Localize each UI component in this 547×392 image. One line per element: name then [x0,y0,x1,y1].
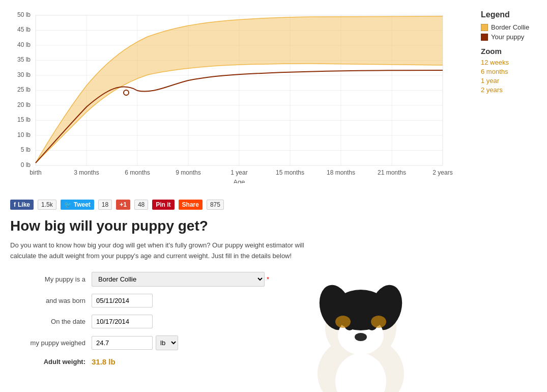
puppy-label: Your puppy [491,33,524,41]
weigh-date-input[interactable] [92,315,153,328]
y-label-20: 20 lb [17,101,31,108]
x-label-3mo: 3 months [74,169,99,176]
puppy-swatch [481,34,488,41]
fb-icon: f [14,201,16,208]
required-indicator: * [267,275,269,283]
weight-field-label: my puppy weighed [10,339,92,347]
zoom-2years[interactable]: 2 years [481,86,542,94]
y-label-0: 0 lb [21,161,31,169]
y-label-10: 10 lb [17,131,31,138]
x-label-18mo: 18 months [327,169,355,176]
x-label-2yr: 2 years [433,169,452,176]
weight-input[interactable] [92,336,153,350]
y-label-45: 45 lb [17,26,31,33]
weight-unit-select[interactable]: lb kg [156,335,178,350]
breed-field-label: My puppy is a [10,275,92,283]
y-label-30: 30 lb [17,71,31,78]
zoom-title: Zoom [481,47,542,55]
svg-point-33 [371,316,386,328]
zoom-12weeks[interactable]: 12 weeks [481,59,542,66]
y-label-15: 15 lb [17,116,31,123]
x-label-21mo: 21 months [378,169,406,176]
weight-row: my puppy weighed lb kg [10,335,269,350]
page-heading: How big will your puppy get? [10,218,448,234]
tw-count: 18 [98,200,112,210]
x-axis-title: Age [233,178,245,183]
breed-label: Border Collie [491,23,529,31]
pin-label: Pin it [156,201,170,208]
y-label-40: 40 lb [17,41,31,48]
tw-icon: 🐦 [64,201,72,208]
growth-chart: 0 lb 5 lb 10 lb 15 lb 20 lb 25 lb 30 lb … [5,10,453,183]
x-label-15mo: 15 months [276,169,304,176]
twitter-tweet-button[interactable]: 🐦 Tweet [61,200,94,210]
tw-label: Tweet [74,201,91,208]
legend-item-puppy: Your puppy [481,33,542,41]
legend-panel: Legend Border Collie Your puppy Zoom 12 … [481,5,547,188]
born-date-input[interactable] [92,294,153,307]
breed-swatch [481,24,488,31]
legend-title: Legend [481,10,542,19]
breed-row: My puppy is a Border Collie * [10,272,269,287]
adult-weight-row: Adult weight: 31.8 lb [10,357,269,366]
gp-count: 48 [134,200,148,210]
puppy-form: My puppy is a Border Collie * and was bo… [10,272,269,366]
zoom-6months[interactable]: 6 months [481,68,542,75]
page-description: Do you want to know how big your dog wil… [10,240,305,262]
googleplus-button[interactable]: +1 [116,200,130,210]
gp-label: +1 [120,201,127,208]
facebook-like-button[interactable]: f Like [10,200,34,210]
born-row: and was born [10,294,269,307]
sh-label: Share [182,201,199,208]
breed-select[interactable]: Border Collie [92,272,265,287]
x-label-birth: birth [30,169,41,176]
legend-item-breed: Border Collie [481,23,542,31]
adult-weight-value: 31.8 lb [92,357,116,366]
chart-container: 0 lb 5 lb 10 lb 15 lb 20 lb 25 lb 30 lb … [0,5,481,188]
date-row: On the date [10,315,269,328]
svg-point-30 [355,333,367,341]
x-label-6mo: 6 months [125,169,150,176]
date-field-label: On the date [10,318,92,325]
x-label-1yr: 1 year [231,169,247,176]
social-bar: f Like 1.5k 🐦 Tweet 18 +1 48 Pin it Shar… [10,200,448,210]
puppy-image-container [290,262,432,392]
x-label-9mo: 9 months [176,169,200,176]
share-button[interactable]: Share [179,200,203,210]
weight-inputs: lb kg [92,335,178,350]
fb-label: Like [18,201,30,208]
pinterest-button[interactable]: Pin it [152,200,174,210]
y-label-25: 25 lb [17,86,31,93]
svg-point-32 [335,316,351,328]
sh-count: 875 [207,200,224,210]
zoom-1year[interactable]: 1 year [481,77,542,85]
y-label-50: 50 lb [17,11,31,18]
adult-weight-label: Adult weight: [10,358,92,366]
puppy-data-point [124,90,129,95]
fb-count: 1.5k [38,200,56,210]
born-field-label: and was born [10,297,92,304]
y-label-35: 35 lb [17,56,31,63]
puppy-illustration [290,262,432,392]
y-label-5: 5 lb [21,146,31,153]
